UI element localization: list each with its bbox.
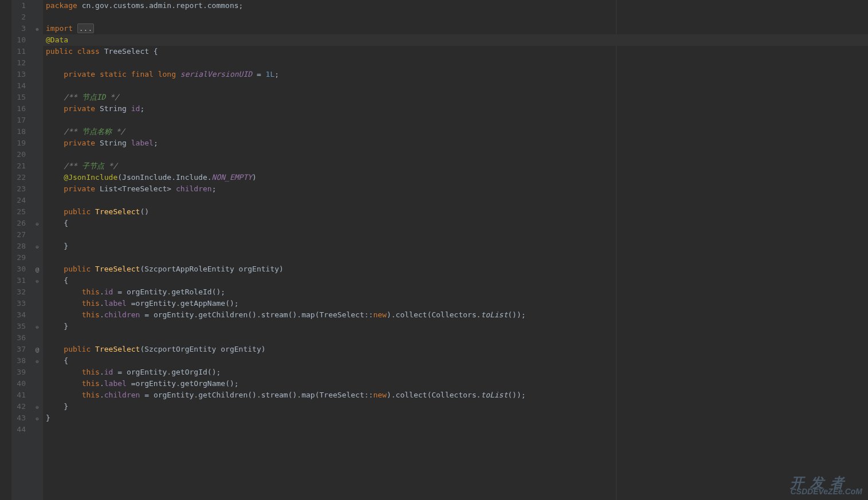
line-number[interactable]: 29 bbox=[11, 252, 26, 263]
code-line bbox=[46, 149, 868, 160]
code-line bbox=[46, 252, 868, 263]
code-line: } bbox=[46, 412, 868, 424]
code-line: /** 子节点 */ bbox=[46, 160, 868, 172]
fold-collapse-icon[interactable]: ⊖ bbox=[34, 401, 40, 413]
code-line: /** 节点名称 */ bbox=[46, 126, 868, 137]
line-number[interactable]: 12 bbox=[11, 57, 26, 69]
code-line: private String label; bbox=[46, 137, 868, 149]
fold-collapse-icon[interactable]: ⊖ bbox=[34, 241, 40, 253]
code-line: private List<TreeSelect> children; bbox=[46, 183, 868, 195]
code-line: private String id; bbox=[46, 103, 868, 115]
line-number[interactable]: 20 bbox=[11, 149, 26, 160]
fold-collapse-icon[interactable]: ⊖ bbox=[34, 321, 40, 333]
code-editor: 1 2 3 10 11 12 13 14 15 16 17 18 19 20 2… bbox=[0, 0, 868, 500]
line-number[interactable]: 16 bbox=[11, 103, 26, 115]
line-number[interactable]: 19 bbox=[11, 137, 26, 149]
line-number[interactable]: 17 bbox=[11, 115, 26, 126]
code-line bbox=[46, 229, 868, 241]
fold-expand-icon[interactable]: ⊕ bbox=[34, 23, 40, 35]
code-line: { bbox=[46, 355, 868, 367]
line-number[interactable]: 1 bbox=[11, 0, 26, 11]
line-number[interactable]: 18 bbox=[11, 126, 26, 137]
line-number[interactable]: 28 bbox=[11, 241, 26, 252]
line-number[interactable]: 2 bbox=[11, 11, 26, 23]
line-number[interactable]: 3 bbox=[11, 23, 26, 34]
fold-collapse-icon[interactable]: ⊖ bbox=[34, 413, 40, 424]
line-number[interactable]: 42 bbox=[11, 401, 26, 412]
line-number[interactable]: 11 bbox=[11, 46, 26, 57]
code-line: { bbox=[46, 275, 868, 286]
line-number-gutter[interactable]: 1 2 3 10 11 12 13 14 15 16 17 18 19 20 2… bbox=[11, 0, 32, 500]
line-number[interactable]: 40 bbox=[11, 378, 26, 389]
code-line: this.label =orgEntity.getOrgName(); bbox=[46, 378, 868, 389]
line-number[interactable]: 38 bbox=[11, 355, 26, 367]
code-line: @Data bbox=[46, 34, 868, 46]
code-line bbox=[46, 57, 868, 69]
code-line bbox=[46, 332, 868, 344]
code-line: public class TreeSelect { bbox=[46, 46, 868, 57]
line-number[interactable]: 23 bbox=[11, 183, 26, 195]
code-line: public TreeSelect(SzcportOrgEntity orgEn… bbox=[46, 344, 868, 355]
line-number[interactable]: 21 bbox=[11, 160, 26, 172]
line-number[interactable]: 41 bbox=[11, 389, 26, 401]
code-line bbox=[46, 115, 868, 126]
code-line bbox=[46, 195, 868, 206]
code-line: /** 节点ID */ bbox=[46, 92, 868, 103]
code-line bbox=[46, 11, 868, 23]
line-number[interactable]: 14 bbox=[11, 80, 26, 92]
override-marker[interactable]: @ bbox=[32, 263, 43, 275]
code-line: public TreeSelect() bbox=[46, 206, 868, 218]
line-number[interactable]: 35 bbox=[11, 321, 26, 332]
line-number[interactable]: 15 bbox=[11, 92, 26, 103]
line-number[interactable]: 30 bbox=[11, 263, 26, 275]
code-line: } bbox=[46, 321, 868, 332]
code-line: this.label =orgEntity.getAppName(); bbox=[46, 298, 868, 309]
fold-collapse-icon[interactable]: ⊖ bbox=[34, 218, 40, 230]
code-line: { bbox=[46, 218, 868, 229]
code-line: this.id = orgEntity.getRoleId(); bbox=[46, 286, 868, 298]
line-number[interactable]: 31 bbox=[11, 275, 26, 286]
line-number[interactable]: 22 bbox=[11, 172, 26, 183]
override-marker[interactable]: @ bbox=[32, 344, 43, 355]
line-number[interactable]: 24 bbox=[11, 195, 26, 206]
line-number[interactable]: 10 bbox=[11, 34, 26, 46]
fold-collapse-icon[interactable]: ⊖ bbox=[34, 275, 40, 287]
code-line bbox=[46, 80, 868, 92]
line-number[interactable]: 36 bbox=[11, 332, 26, 344]
code-line: this.id = orgEntity.getOrgId(); bbox=[46, 367, 868, 378]
line-number[interactable]: 25 bbox=[11, 206, 26, 218]
line-number[interactable]: 33 bbox=[11, 298, 26, 309]
line-number[interactable]: 43 bbox=[11, 412, 26, 424]
line-number[interactable]: 27 bbox=[11, 229, 26, 241]
line-number[interactable]: 26 bbox=[11, 218, 26, 229]
code-line: this.children = orgEntity.getChildren().… bbox=[46, 389, 868, 401]
watermark: 开 发 者 CSDDEVeZEe.CoM bbox=[790, 477, 862, 497]
code-line: this.children = orgEntity.getChildren().… bbox=[46, 309, 868, 321]
line-number[interactable]: 37 bbox=[11, 344, 26, 355]
line-number[interactable]: 44 bbox=[11, 424, 26, 435]
fold-collapse-icon[interactable]: ⊖ bbox=[34, 356, 40, 367]
code-line: import ... bbox=[46, 23, 868, 34]
line-number[interactable]: 13 bbox=[11, 69, 26, 80]
folded-imports[interactable]: ... bbox=[77, 23, 94, 33]
code-line: @JsonInclude(JsonInclude.Include.NON_EMP… bbox=[46, 172, 868, 183]
code-line: private static final long serialVersionU… bbox=[46, 69, 868, 80]
code-line: } bbox=[46, 401, 868, 412]
code-content-area[interactable]: package cn.gov.customs.admin.report.comm… bbox=[43, 0, 868, 500]
line-number[interactable]: 32 bbox=[11, 286, 26, 298]
activity-bar bbox=[0, 0, 11, 500]
line-number[interactable]: 39 bbox=[11, 367, 26, 378]
code-line: public TreeSelect(SzcportAppRoleEntity o… bbox=[46, 263, 868, 275]
code-line: } bbox=[46, 241, 868, 252]
code-line: package cn.gov.customs.admin.report.comm… bbox=[46, 0, 868, 11]
code-line bbox=[46, 424, 868, 435]
annotation-gutter: ⊕ ⊖ ⊖ @ ⊖ ⊖ @ ⊖ ⊖ ⊖ bbox=[32, 0, 43, 500]
line-number[interactable]: 34 bbox=[11, 309, 26, 321]
